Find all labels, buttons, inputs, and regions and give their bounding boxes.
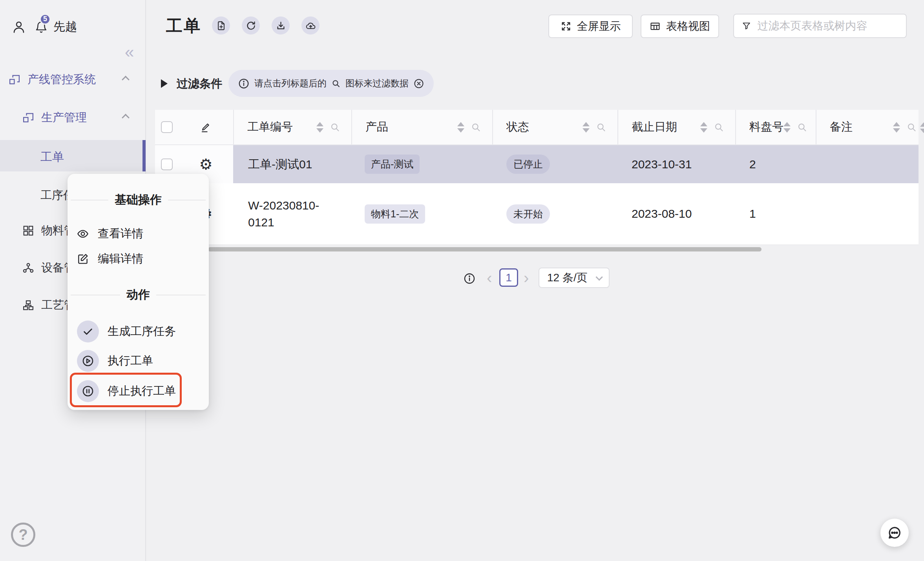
column-header-product[interactable]: 产品 bbox=[351, 110, 492, 144]
remark-cell bbox=[816, 145, 919, 183]
sidebar-item-label: 工单 bbox=[40, 149, 64, 165]
status-cell: 已停止 bbox=[492, 145, 617, 183]
due-date-cell: 2023-08-10 bbox=[617, 183, 735, 244]
column-search-icon[interactable] bbox=[471, 122, 481, 133]
sort-icon[interactable] bbox=[920, 122, 924, 133]
chat-bubble-icon bbox=[887, 525, 902, 541]
filter-section-expand-icon[interactable] bbox=[161, 79, 168, 88]
column-header-due-date[interactable]: 截止日期 bbox=[617, 110, 735, 144]
download-button[interactable] bbox=[272, 16, 290, 35]
sort-icon[interactable] bbox=[783, 122, 791, 133]
filter-hint-text-suffix: 图标来过滤数据 bbox=[345, 77, 409, 89]
select-all-cell bbox=[155, 110, 179, 144]
next-page-button[interactable]: › bbox=[524, 270, 529, 286]
column-header-remark[interactable]: 备注 bbox=[816, 110, 919, 144]
user-name: 先越 bbox=[53, 19, 77, 35]
column-search-icon[interactable] bbox=[906, 122, 917, 133]
eye-icon bbox=[77, 228, 89, 240]
fullscreen-button[interactable]: 全屏显示 bbox=[548, 15, 633, 38]
module-icon bbox=[22, 112, 34, 124]
funnel-icon bbox=[742, 21, 751, 31]
page-size-value: 12 条/页 bbox=[547, 270, 588, 285]
user-icon[interactable] bbox=[12, 20, 26, 34]
help-icon[interactable]: ? bbox=[11, 523, 35, 547]
sidebar-item-work-order-selected[interactable]: 工单 bbox=[0, 140, 146, 171]
notifications-bell-icon[interactable]: 5 bbox=[35, 20, 48, 34]
menu-item-generate-task[interactable]: 生成工序任务 bbox=[77, 321, 176, 342]
edit-icon bbox=[77, 253, 89, 265]
sort-icon[interactable] bbox=[700, 122, 707, 133]
page-filter-field[interactable] bbox=[733, 14, 907, 38]
row-checkbox[interactable] bbox=[161, 158, 173, 170]
product-cell: 物料1-二次 bbox=[351, 183, 492, 244]
sidebar-item-production-line-system[interactable]: 产线管控系统 bbox=[9, 72, 96, 87]
table-view-button-label: 表格视图 bbox=[666, 19, 710, 34]
table-row[interactable]: ⚙ 工单-测试01 产品-测试 已停止 2023-10-31 2 bbox=[155, 145, 919, 183]
page-title: 工单 bbox=[166, 15, 201, 37]
row-context-menu: 基础操作 查看详情 编辑详情 动作 生成工序任务 执行工单 bbox=[68, 174, 209, 410]
pause-circle-icon bbox=[77, 380, 99, 402]
horizontal-scrollbar[interactable] bbox=[208, 247, 761, 251]
network-nodes-icon bbox=[22, 262, 34, 274]
menu-section-basic: 基础操作 bbox=[68, 192, 209, 208]
menu-item-label: 停止执行工单 bbox=[108, 383, 176, 399]
gear-icon[interactable]: ⚙ bbox=[199, 157, 212, 172]
download-icon bbox=[276, 20, 286, 31]
table-header-row: 工单编号 产品 状态 截止日期 bbox=[155, 110, 919, 145]
column-search-icon[interactable] bbox=[714, 122, 724, 133]
sidebar-item-label: 生产管理 bbox=[41, 110, 87, 126]
tray-no-cell: 2 bbox=[735, 145, 816, 183]
sidebar-collapse-icon[interactable]: « bbox=[125, 44, 134, 60]
menu-item-stop-order[interactable]: 停止执行工单 bbox=[77, 380, 176, 402]
pagination-info-icon[interactable] bbox=[463, 272, 476, 285]
current-page-indicator[interactable]: 1 bbox=[499, 268, 518, 287]
chat-button[interactable] bbox=[880, 519, 909, 547]
filter-section-label: 过滤条件 bbox=[177, 76, 222, 92]
menu-item-label: 编辑详情 bbox=[98, 251, 143, 267]
close-circle-icon[interactable] bbox=[413, 78, 424, 89]
cloud-upload-button[interactable] bbox=[301, 16, 320, 35]
product-cell: 产品-测试 bbox=[351, 145, 492, 183]
filter-hint-tag: 请点击列标题后的 图标来过滤数据 bbox=[228, 70, 434, 97]
table-row[interactable]: ⚙ W-20230810-0121 物料1-二次 未开始 2023-08-10 … bbox=[155, 183, 919, 245]
chevron-up-icon[interactable] bbox=[122, 114, 130, 122]
search-icon bbox=[331, 79, 341, 88]
status-badge: 已停止 bbox=[506, 155, 550, 174]
page-size-select[interactable]: 12 条/页 bbox=[539, 268, 610, 288]
chevron-up-icon[interactable] bbox=[122, 76, 130, 84]
product-badge: 产品-测试 bbox=[365, 155, 420, 174]
menu-item-label: 执行工单 bbox=[108, 353, 153, 369]
column-header-order-no[interactable]: 工单编号 bbox=[233, 110, 351, 144]
status-cell: 未开始 bbox=[492, 183, 617, 244]
menu-item-edit-detail[interactable]: 编辑详情 bbox=[77, 251, 143, 267]
column-header-status[interactable]: 状态 bbox=[492, 110, 617, 144]
column-search-icon[interactable] bbox=[797, 122, 807, 133]
sidebar-item-label: 产线管控系统 bbox=[27, 72, 96, 87]
sidebar-item-production-management[interactable]: 生产管理 bbox=[22, 110, 87, 126]
row-actions-header-cell bbox=[179, 110, 233, 144]
filter-hint-text-prefix: 请点击列标题后的 bbox=[254, 77, 327, 89]
column-search-icon[interactable] bbox=[330, 122, 340, 133]
sort-icon[interactable] bbox=[457, 122, 464, 133]
table-icon bbox=[650, 21, 661, 32]
order-no-cell: 工单-测试01 bbox=[233, 145, 351, 183]
previous-page-button[interactable]: ‹ bbox=[487, 270, 492, 286]
order-no-cell: W-20230810-0121 bbox=[233, 183, 351, 244]
cloud-upload-icon bbox=[305, 20, 316, 31]
new-document-button[interactable] bbox=[212, 16, 230, 35]
table-view-button[interactable]: 表格视图 bbox=[641, 15, 719, 38]
sort-icon[interactable] bbox=[583, 122, 590, 133]
sort-icon[interactable] bbox=[893, 122, 900, 133]
column-header-tray-no[interactable]: 料盘号 bbox=[735, 110, 816, 144]
page-filter-input[interactable] bbox=[757, 20, 898, 32]
sort-icon[interactable] bbox=[316, 122, 323, 133]
menu-item-execute-order[interactable]: 执行工单 bbox=[77, 350, 153, 372]
edit-pen-icon bbox=[200, 121, 212, 133]
select-all-checkbox[interactable] bbox=[161, 121, 173, 133]
column-search-icon[interactable] bbox=[596, 122, 606, 133]
menu-section-actions: 动作 bbox=[68, 287, 209, 303]
check-icon bbox=[77, 321, 99, 342]
notification-count-badge: 5 bbox=[40, 14, 51, 25]
menu-item-view-detail[interactable]: 查看详情 bbox=[77, 226, 143, 242]
refresh-button[interactable] bbox=[242, 16, 260, 35]
